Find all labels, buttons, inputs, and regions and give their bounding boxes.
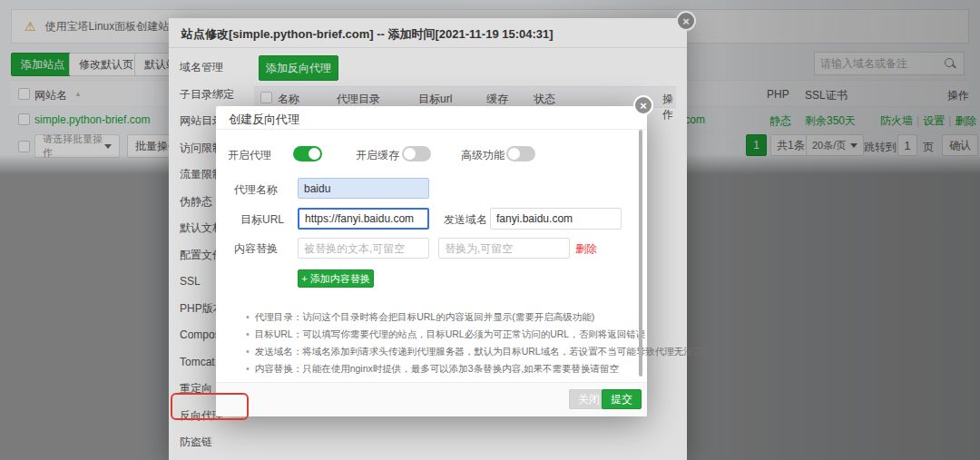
enable-cache-toggle[interactable] [402, 146, 431, 161]
note-content-replace: •内容替换：只能在使用nginx时提供，最多可以添加3条替换内容,如果不需要替换… [246, 363, 619, 376]
target-url-input[interactable] [298, 208, 429, 230]
add-content-replace-button[interactable]: + 添加内容替换 [298, 269, 374, 288]
note-target-url: •目标URL：可以填写你需要代理的站点，目标URL必须为可正常访问的URL，否则… [246, 328, 645, 341]
confirm-button[interactable]: 确认 [942, 134, 978, 156]
caret-down-icon [850, 143, 858, 148]
menu-item-site-log[interactable]: 网站日志 [169, 456, 243, 460]
dialog-title: 站点修改[simple.python-brief.com] -- 添加时间[20… [181, 26, 554, 43]
target-url-label: 目标URL [240, 212, 284, 228]
ssl-days[interactable]: 剩余350天 [805, 113, 856, 129]
proxy-col-cache: 缓存 [486, 92, 508, 107]
warning-icon: ⚠ [24, 19, 36, 34]
menu-item-domain[interactable]: 域名管理 [169, 54, 243, 82]
proxy-dialog-footer: 关闭 提交 [216, 382, 647, 416]
proxy-name-input[interactable] [298, 178, 429, 199]
proxy-col-name: 名称 [278, 92, 299, 107]
page-1-button[interactable]: 1 [746, 134, 767, 156]
toggle-knob [309, 148, 320, 160]
bullet-icon: • [246, 346, 250, 357]
note-send-domain: •发送域名：将域名添加到请求头传递到代理服务器，默认为目标URL域名，若设置不当… [246, 346, 731, 358]
proxy-col-dir: 代理目录 [337, 92, 380, 107]
col-ssl: SSL证书 [805, 88, 848, 103]
firewall-link[interactable]: 防火墙 [880, 114, 913, 127]
bullet-icon: • [246, 363, 250, 374]
delete-link[interactable]: 删除 [955, 114, 976, 127]
jump-label: 跳转到 [864, 140, 897, 155]
search-icon[interactable] [944, 57, 956, 70]
modify-default-page-button[interactable]: 修改默认页 [69, 53, 143, 76]
site-search [814, 52, 965, 75]
content-replace-label: 内容替换 [234, 241, 278, 257]
jump-input[interactable] [897, 134, 917, 156]
toggle-knob [508, 148, 520, 160]
search-input[interactable] [815, 57, 944, 70]
col-php: PHP [767, 88, 789, 101]
jump-unit: 页 [923, 140, 934, 155]
create-reverse-proxy-dialog: 创建反向代理 × 开启代理 开启缓存 高级功能 代理名称 目标URL 发送域名 … [216, 106, 647, 416]
proxy-col-actions: 操作 [662, 92, 676, 122]
proxy-col-target: 目标url [418, 92, 452, 107]
note-proxy-dir: •代理目录：访问这个目录时将会把目标URL的内容返回并显示(需要开启高级功能) [246, 311, 594, 324]
page-size-value: 20条/页 [812, 139, 846, 152]
send-domain-label: 发送域名 [444, 212, 487, 228]
enable-cache-label: 开启缓存 [356, 148, 399, 163]
action-separator: | [945, 114, 955, 127]
row-checkbox[interactable] [18, 113, 30, 125]
proxy-select-all-checkbox[interactable] [260, 92, 272, 103]
settings-link[interactable]: 设置 [923, 114, 945, 127]
enable-proxy-toggle[interactable] [293, 146, 322, 161]
add-reverse-proxy-button[interactable]: 添加反向代理 [259, 55, 338, 81]
proxy-table-header: 名称 代理目录 目标url 缓存 状态 操作 [254, 86, 676, 108]
send-domain-input[interactable] [490, 208, 622, 230]
proxy-name-label: 代理名称 [234, 182, 278, 198]
site-name-link[interactable]: simple.python-brief.com [34, 113, 150, 126]
dialog-header: 站点修改[simple.python-brief.com] -- 添加时间[20… [169, 18, 687, 48]
close-icon[interactable]: × [633, 95, 653, 115]
scrollbar-thumb[interactable] [639, 130, 642, 377]
total-count: 共1条 [770, 134, 811, 156]
submit-button[interactable]: 提交 [602, 389, 642, 409]
batch-checkbox[interactable] [18, 141, 30, 152]
col-site-name[interactable]: 网站名 [34, 88, 67, 103]
screen: ⚠ 使用宝塔Linux面板创建站点时会自动创 添加站点 修改默认页 默认站点 网… [0, 0, 980, 460]
row-actions: 防火墙|设置|删除 [880, 113, 971, 129]
action-separator: | [913, 114, 923, 127]
add-site-button[interactable]: 添加站点 [11, 53, 74, 76]
proxy-dialog-title: 创建反向代理 [229, 112, 299, 128]
select-all-checkbox[interactable] [18, 88, 30, 100]
advanced-toggle[interactable] [506, 146, 535, 161]
caret-down-icon [104, 144, 112, 149]
close-icon[interactable]: × [676, 11, 696, 31]
batch-select[interactable]: 请选择批量操作 [34, 134, 120, 158]
advanced-label: 高级功能 [461, 148, 505, 163]
php-status[interactable]: 静态 [769, 113, 791, 129]
bullet-icon: • [246, 311, 250, 322]
delete-replace-link[interactable]: 删除 [575, 241, 597, 257]
replace-to-input[interactable] [438, 238, 570, 259]
bullet-icon: • [246, 328, 250, 339]
replace-from-input[interactable] [298, 238, 429, 259]
menu-item-anti-leech[interactable]: 防盗链 [169, 429, 243, 456]
col-actions: 操作 [947, 88, 969, 103]
toggle-knob [404, 148, 416, 160]
proxy-col-status: 状态 [534, 92, 555, 107]
batch-select-value: 请选择批量操作 [43, 132, 104, 160]
sort-asc-icon[interactable]: ▲ [74, 90, 82, 98]
menu-item-subdir[interactable]: 子目录绑定 [169, 82, 243, 109]
proxy-dialog-header: 创建反向代理 [216, 106, 647, 130]
enable-proxy-label: 开启代理 [228, 148, 271, 163]
page-size-select[interactable]: 20条/页 [806, 134, 864, 156]
